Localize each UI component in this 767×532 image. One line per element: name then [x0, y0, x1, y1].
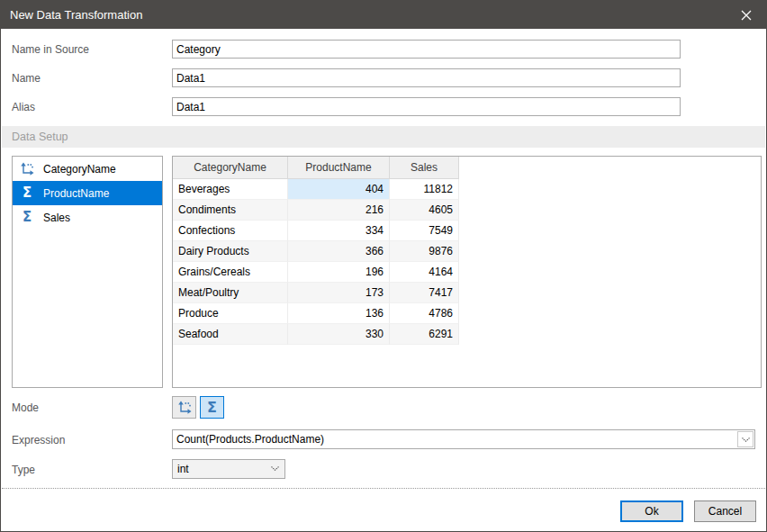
- name-input[interactable]: [172, 68, 681, 87]
- name-in-source-input[interactable]: [172, 40, 681, 59]
- field-list-item-label: CategoryName: [43, 163, 116, 176]
- window-title: New Data Transformation: [10, 1, 142, 29]
- chevron-down-icon: [742, 437, 750, 442]
- grid-row: Confections3347549: [173, 221, 761, 241]
- dimension-icon: [177, 401, 192, 415]
- type-selected-value: int: [177, 463, 189, 475]
- grid-cell[interactable]: 4786: [390, 303, 459, 324]
- grid-row: Condiments2164605: [173, 200, 761, 221]
- grid-cell[interactable]: Seafood: [173, 324, 288, 345]
- grid-row: Seafood3306291: [173, 324, 761, 345]
- column-header-categoryname[interactable]: CategoryName: [173, 157, 288, 179]
- mode-measure-button[interactable]: Σ: [200, 396, 224, 419]
- name-label: Name: [12, 72, 41, 85]
- grid-cell[interactable]: 11812: [390, 179, 459, 200]
- sigma-icon: Σ: [23, 186, 32, 200]
- grid-cell[interactable]: Grains/Cereals: [173, 262, 288, 283]
- grid-cell[interactable]: 366: [288, 241, 390, 262]
- grid-cell[interactable]: Meat/Poultry: [173, 283, 288, 303]
- grid-cell[interactable]: Produce: [173, 303, 288, 324]
- cancel-button[interactable]: Cancel: [694, 500, 756, 522]
- field-list-item-productname[interactable]: ΣProductName: [13, 181, 162, 205]
- field-list-item-label: Sales: [43, 212, 70, 224]
- type-label: Type: [12, 464, 35, 476]
- data-setup-header: Data Setup: [2, 126, 765, 148]
- grid-cell[interactable]: 136: [288, 303, 390, 324]
- field-list: CategoryNameΣProductNameΣSales: [12, 156, 163, 388]
- new-data-transformation-dialog: New Data Transformation Name in Source N…: [0, 0, 767, 532]
- alias-input[interactable]: [172, 97, 681, 116]
- grid-cell[interactable]: 4164: [390, 262, 459, 283]
- dimension-icon: [19, 161, 35, 177]
- dimension-icon: [20, 162, 34, 176]
- expression-combo: [172, 429, 755, 449]
- data-preview-grid: CategoryNameProductNameSalesBeverages404…: [172, 156, 762, 388]
- grid-cell[interactable]: 404: [288, 179, 390, 200]
- field-list-item-categoryname[interactable]: CategoryName: [13, 157, 162, 181]
- column-header-productname[interactable]: ProductName: [288, 157, 390, 179]
- sigma-icon: Σ: [19, 185, 35, 202]
- sigma-icon: Σ: [19, 210, 35, 226]
- ok-button[interactable]: Ok: [620, 500, 683, 522]
- mode-dimension-button[interactable]: [172, 396, 196, 419]
- grid-header-row: CategoryNameProductNameSales: [173, 157, 761, 179]
- field-list-item-sales[interactable]: ΣSales: [13, 205, 162, 230]
- expression-label: Expression: [12, 434, 65, 446]
- name-in-source-label: Name in Source: [12, 43, 89, 56]
- grid-cell[interactable]: 196: [288, 262, 390, 283]
- chevron-down-icon: [271, 466, 279, 471]
- grid-row: Produce1364786: [173, 303, 761, 324]
- column-header-sales[interactable]: Sales: [390, 157, 459, 179]
- close-icon: [741, 10, 752, 21]
- grid-cell[interactable]: 173: [288, 283, 390, 303]
- sigma-icon: Σ: [23, 211, 32, 224]
- grid-cell[interactable]: 7417: [390, 283, 459, 303]
- grid-cell[interactable]: Beverages: [173, 179, 288, 200]
- grid-cell[interactable]: Condiments: [173, 200, 288, 221]
- grid-cell[interactable]: 4605: [390, 200, 459, 221]
- grid-cell[interactable]: 334: [288, 221, 390, 241]
- footer: Ok Cancel: [2, 488, 765, 530]
- grid-cell[interactable]: 6291: [390, 324, 459, 345]
- alias-label: Alias: [12, 101, 35, 113]
- grid-cell[interactable]: Confections: [173, 221, 288, 241]
- grid-cell[interactable]: Dairy Products: [173, 241, 288, 262]
- grid-cell[interactable]: 330: [288, 324, 390, 345]
- type-select[interactable]: int: [172, 459, 285, 479]
- grid-row: Grains/Cereals1964164: [173, 262, 761, 283]
- grid-row: Beverages40411812: [173, 179, 761, 200]
- expression-dropdown-button[interactable]: [737, 431, 753, 447]
- grid-cell[interactable]: 7549: [390, 221, 459, 241]
- close-button[interactable]: [726, 1, 766, 29]
- grid-row: Meat/Poultry1737417: [173, 283, 761, 303]
- field-list-item-label: ProductName: [43, 187, 109, 200]
- title-bar: New Data Transformation: [1, 1, 766, 29]
- expression-input[interactable]: [173, 430, 736, 448]
- grid-cell[interactable]: 216: [288, 200, 390, 221]
- grid-cell[interactable]: 9876: [390, 241, 459, 262]
- mode-label: Mode: [12, 401, 39, 414]
- sigma-icon: Σ: [207, 401, 217, 415]
- grid-row: Dairy Products3669876: [173, 241, 761, 262]
